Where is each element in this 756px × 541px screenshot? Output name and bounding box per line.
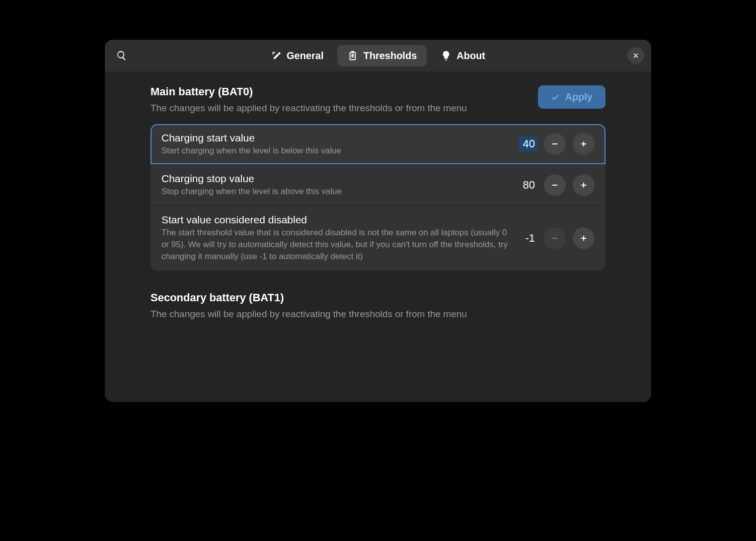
section-title: Main battery (BAT0) [151,85,467,98]
row-title: Start value considered disabled [161,214,509,226]
disabled-decrement-button [544,227,566,249]
row-charging-stop[interactable]: Charging stop value Stop charging when t… [151,165,605,206]
start-value-input[interactable]: 40 [519,136,537,151]
plus-icon [580,140,588,148]
disabled-value-input[interactable]: -1 [519,231,537,246]
svg-rect-3 [552,185,558,186]
battery-icon [347,50,358,61]
tab-thresholds[interactable]: Thresholds [337,45,427,67]
minus-icon [551,181,559,189]
minus-icon [551,140,559,148]
row-subtitle: The start threshold value that is consid… [161,227,509,262]
stop-value-input[interactable]: 80 [519,178,537,193]
threshold-rows: Charging start value Start charging when… [151,124,605,270]
section-subtitle: The changes will be applied by reactivat… [151,307,605,321]
stop-increment-button[interactable] [573,174,595,196]
tab-general[interactable]: General [261,45,333,67]
row-subtitle: Stop charging when the level is above th… [161,186,509,198]
plus-icon [580,234,588,242]
main-battery-header: Main battery (BAT0) The changes will be … [151,85,605,115]
svg-rect-2 [583,141,584,147]
stop-decrement-button[interactable] [544,174,566,196]
tab-label: Thresholds [363,50,417,62]
svg-rect-5 [583,183,584,188]
minus-icon [551,234,559,242]
content-area[interactable]: Main battery (BAT0) The changes will be … [105,71,651,402]
tab-switcher: General Thresholds About [261,45,495,67]
disabled-increment-button[interactable] [573,227,595,249]
tools-icon [271,50,282,61]
row-subtitle: Start charging when the level is below t… [161,145,509,157]
section-subtitle: The changes will be applied by reactivat… [151,101,467,115]
tab-label: General [287,50,323,62]
settings-window: General Thresholds About Main battery (B… [105,40,651,402]
titlebar: General Thresholds About [105,40,651,71]
plus-icon [580,181,588,189]
close-icon [632,52,639,59]
section-title: Secondary battery (BAT1) [151,291,605,304]
start-increment-button[interactable] [573,133,595,155]
start-decrement-button[interactable] [544,133,566,155]
row-charging-start[interactable]: Charging start value Start charging when… [151,124,605,165]
apply-label: Apply [565,91,593,103]
row-title: Charging start value [161,132,509,144]
close-button[interactable] [627,47,644,64]
tab-about[interactable]: About [431,45,495,67]
svg-rect-8 [583,235,584,241]
row-start-disabled[interactable]: Start value considered disabled The star… [151,206,605,270]
bulb-icon [441,50,452,61]
search-button[interactable] [112,46,132,66]
svg-rect-0 [552,143,558,144]
check-icon [551,93,560,102]
apply-button[interactable]: Apply [538,85,605,109]
tab-label: About [456,50,485,62]
search-icon [116,50,127,61]
row-title: Charging stop value [161,173,509,185]
secondary-battery-header: Secondary battery (BAT1) The changes wil… [151,291,605,321]
svg-rect-6 [552,238,558,239]
